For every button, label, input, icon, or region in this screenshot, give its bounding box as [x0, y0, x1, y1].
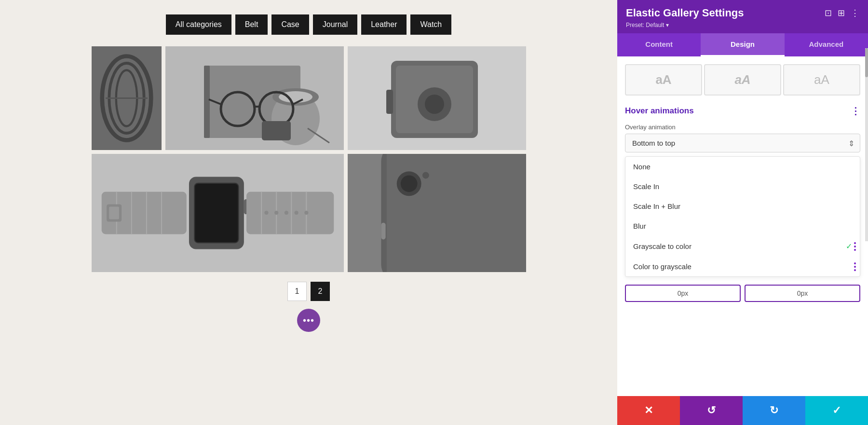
filter-buttons: All categories Belt Case Journal Leather…	[166, 14, 451, 35]
typography-options: aA aA aA	[625, 64, 860, 96]
typo-option-light[interactable]: aA	[783, 64, 860, 96]
panel-header-icons: ⊡ ⊞ ⋮	[825, 8, 859, 18]
typo-bold-label: aA	[655, 72, 671, 87]
filter-btn-leather[interactable]: Leather	[361, 14, 407, 35]
undo-button[interactable]: ↺	[680, 396, 743, 425]
panel-scrollbar[interactable]	[865, 48, 868, 241]
scrollbar-thumb	[865, 48, 868, 77]
svg-rect-16	[262, 121, 291, 140]
svg-rect-37	[246, 192, 334, 234]
canvas-area: All categories Belt Case Journal Leather…	[0, 0, 617, 425]
right-input[interactable]	[745, 285, 860, 302]
svg-point-43	[274, 211, 278, 215]
svg-point-44	[285, 211, 288, 215]
filter-btn-journal[interactable]: Journal	[313, 14, 357, 35]
panel-content: aA aA aA Hover animations ⋮ Overlay anim…	[617, 56, 868, 396]
confirm-button[interactable]: ✓	[805, 396, 868, 425]
svg-rect-36	[195, 184, 238, 242]
gallery-grid	[92, 46, 526, 272]
more-options-icon[interactable]: ⋮	[851, 8, 859, 18]
settings-panel: Elastic Gallery Settings ⊡ ⊞ ⋮ Preset: D…	[617, 0, 868, 425]
hover-animations-title: Hover animations	[625, 106, 694, 116]
preset-label[interactable]: Preset: Default ▾	[626, 21, 859, 28]
left-input[interactable]	[625, 285, 741, 302]
input-row	[625, 285, 860, 302]
dropdown-item-scale-in-blur[interactable]: Scale In + Blur	[625, 196, 860, 216]
svg-point-51	[401, 175, 418, 192]
svg-point-23	[425, 95, 444, 114]
dropdown-item-none[interactable]: None	[625, 157, 860, 177]
typo-option-bold[interactable]: aA	[625, 64, 702, 96]
selected-check-icon: ✓	[846, 242, 852, 251]
dropdown-item-scale-in[interactable]: Scale In	[625, 177, 860, 196]
filter-btn-belt[interactable]: Belt	[235, 14, 268, 35]
typo-light-label: aA	[814, 72, 829, 87]
gallery-item-1[interactable]	[92, 46, 162, 150]
page-btn-1[interactable]: 1	[287, 282, 307, 301]
overlay-animation-label: Overlay animation	[625, 123, 860, 131]
filter-btn-case[interactable]: Case	[271, 14, 309, 35]
filter-btn-all[interactable]: All categories	[166, 14, 231, 35]
dropdown-item-color-to-grayscale[interactable]: Color to grayscale	[625, 257, 860, 276]
gallery-item-4[interactable]	[92, 154, 344, 272]
svg-point-45	[294, 211, 298, 215]
gallery-item-2[interactable]	[165, 46, 344, 150]
redo-button[interactable]: ↻	[743, 396, 805, 425]
svg-point-52	[422, 172, 429, 179]
hover-animations-more[interactable]: ⋮	[851, 105, 860, 117]
svg-point-42	[264, 211, 268, 215]
typo-italic-label: aA	[734, 72, 750, 87]
item-more-icon[interactable]	[854, 242, 856, 251]
svg-rect-32	[109, 207, 119, 219]
screen-icon[interactable]: ⊡	[825, 8, 832, 18]
filter-btn-watch[interactable]: Watch	[410, 14, 451, 35]
page-btn-2[interactable]: 2	[311, 282, 330, 301]
cancel-button[interactable]: ✕	[617, 396, 680, 425]
dropdown-item-grayscale-to-color[interactable]: Grayscale to color ✓	[625, 236, 860, 257]
gallery-item-3[interactable]	[348, 46, 526, 150]
overlay-animation-select-wrapper: Bottom to top ⇕	[625, 134, 860, 152]
svg-rect-53	[381, 223, 385, 240]
svg-rect-24	[386, 90, 393, 114]
dropdown-list: None Scale In Scale In + Blur Blur Grays…	[625, 156, 860, 277]
dropdown-item-blur[interactable]: Blur	[625, 216, 860, 236]
tab-design[interactable]: Design	[701, 33, 784, 56]
svg-rect-7	[204, 66, 210, 138]
gallery-item-5[interactable]	[348, 154, 526, 272]
pagination: 1 2	[287, 282, 330, 301]
panel-actions: ✕ ↺ ↻ ✓	[617, 396, 868, 425]
panel-tabs: Content Design Advanced	[617, 33, 868, 56]
svg-point-46	[304, 211, 308, 215]
overlay-animation-select[interactable]: Bottom to top	[625, 134, 860, 152]
panel-header: Elastic Gallery Settings ⊡ ⊞ ⋮ Preset: D…	[617, 0, 868, 33]
item-more-icon-2[interactable]	[854, 262, 856, 271]
typo-option-italic[interactable]: aA	[704, 64, 781, 96]
panel-title: Elastic Gallery Settings	[626, 7, 744, 19]
tab-advanced[interactable]: Advanced	[785, 33, 868, 56]
hover-animations-header: Hover animations ⋮	[625, 105, 860, 117]
tab-content[interactable]: Content	[617, 33, 701, 56]
fab-button[interactable]: •••	[297, 309, 320, 332]
layout-icon[interactable]: ⊞	[838, 8, 845, 18]
